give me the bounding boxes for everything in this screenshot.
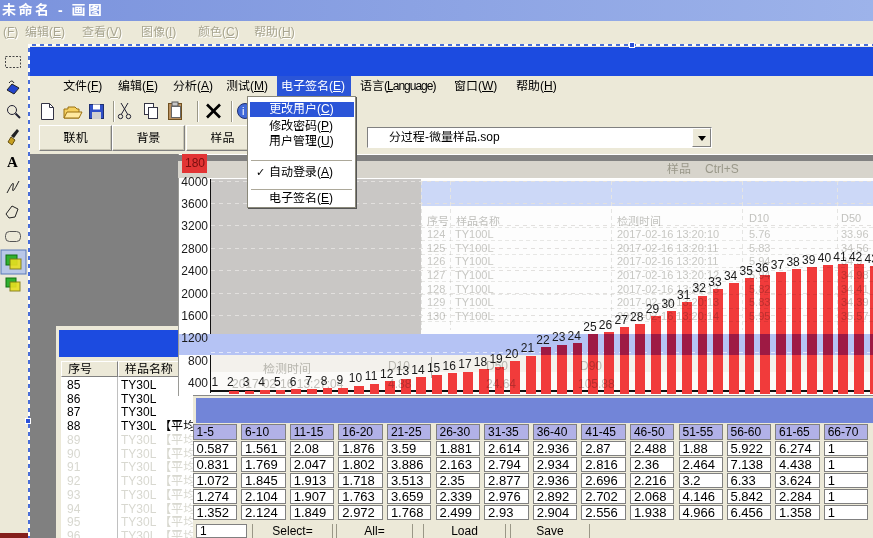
svg-text:i: i <box>242 105 244 117</box>
svg-text:A: A <box>7 154 18 170</box>
